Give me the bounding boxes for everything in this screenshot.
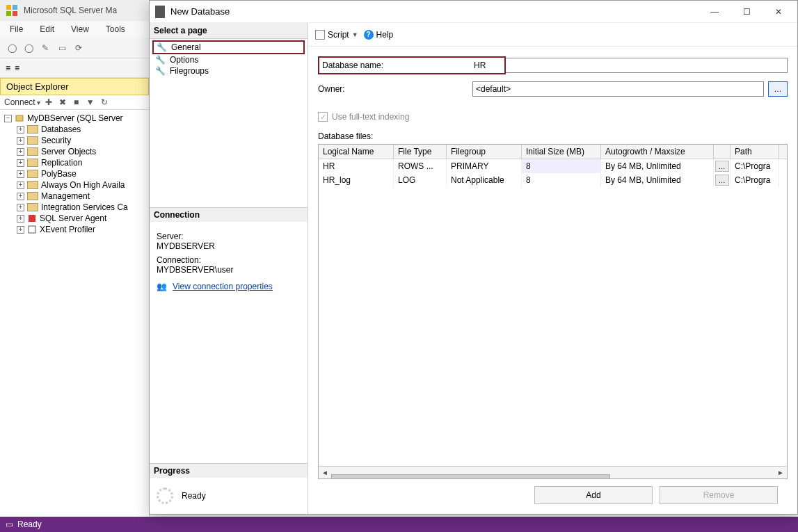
files-grid: Logical Name File Type Filegroup Initial… [318,144,788,479]
tree-item-databases[interactable]: +Databases [1,124,147,135]
grid-header-row: Logical Name File Type Filegroup Initial… [319,145,787,159]
col-autogrowth[interactable]: Autogrowth / Maxsize [601,145,714,159]
tree-item-server-objects[interactable]: +Server Objects [1,146,147,157]
new-query-icon[interactable]: ✎ [39,42,51,54]
col-logical[interactable]: Logical Name [319,145,394,159]
svg-rect-3 [13,11,17,16]
svg-rect-2 [6,11,11,16]
wrench-icon: 🔧 [157,42,167,52]
folder-icon [27,159,38,167]
autogrowth-edit-button[interactable]: … [715,175,729,186]
script-button[interactable]: Script ▼ [315,30,358,40]
server-icon [15,113,24,123]
oe-icon-3[interactable]: ■ [71,97,82,108]
script-dropdown-icon[interactable]: ▼ [352,31,358,38]
fulltext-label: Use full-text indexing [332,112,409,122]
add-button[interactable]: Add [534,486,653,504]
close-button[interactable]: ✕ [763,1,795,22]
folder-icon [27,170,38,178]
minimize-button[interactable]: — [699,1,731,22]
view-connection-properties-link[interactable]: View connection properties [173,282,273,291]
tree-item-alwayson[interactable]: +Always On High Availa [1,179,147,191]
fulltext-row: ✓ Use full-text indexing [308,108,797,131]
connection-header: Connection [150,207,308,222]
statusbar: ▭ Ready [0,517,798,532]
tb-icon-b[interactable]: ≡ [15,63,19,73]
tree-item-management[interactable]: +Management [1,191,147,202]
menu-view[interactable]: View [64,23,96,35]
dbname-input[interactable] [471,58,499,73]
status-text: Ready [17,519,42,529]
col-path[interactable]: Path [731,145,779,159]
svg-rect-1 [13,5,17,10]
dbfiles-label: Database files: [318,131,788,141]
tree-item-xevent[interactable]: +XEvent Profiler [1,224,147,235]
tree-root-label: MyDBServer (SQL Server [27,113,123,123]
owner-input[interactable] [472,81,764,97]
refresh-icon[interactable]: ⟳ [72,42,85,54]
wrench-icon: 🔧 [155,66,166,76]
object-explorer: Object Explorer Connect ▾ ✚ ✖ ■ ▼ ↻ − My… [0,78,150,517]
menu-edit[interactable]: Edit [33,23,61,35]
oe-icon-2[interactable]: ✖ [57,97,68,108]
ssms-title: Microsoft SQL Server Ma [24,6,117,15]
svg-rect-4 [16,115,23,121]
fulltext-checkbox[interactable]: ✓ [318,112,328,122]
col-filetype[interactable]: File Type [394,145,447,159]
page-options[interactable]: 🔧 Options [152,54,305,65]
connect-dropdown-icon[interactable]: ▾ [37,99,40,106]
tree-item-integration[interactable]: +Integration Services Ca [1,202,147,213]
statusbar-icon: ▭ [6,519,13,529]
connect-button[interactable]: Connect [4,97,35,107]
open-icon[interactable]: ▭ [56,42,68,54]
page-general[interactable]: 🔧 General [152,40,305,54]
owner-browse-button[interactable]: … [768,81,788,97]
script-icon [315,30,325,40]
ssms-logo-icon [6,4,18,17]
tree-item-replication[interactable]: +Replication [1,157,147,168]
scroll-left-icon[interactable]: ◄ [319,467,331,479]
tree-item-polybase[interactable]: +PolyBase [1,168,147,179]
filter-icon[interactable]: ▼ [85,97,96,108]
folder-icon [27,136,38,145]
tb-icon-a[interactable]: ≡ [6,63,10,73]
server-label: Server: [157,232,301,241]
autogrowth-edit-button[interactable]: … [715,161,729,172]
scroll-right-icon[interactable]: ► [774,467,787,479]
tree-item-agent[interactable]: +SQL Server Agent [1,213,147,224]
tree: − MyDBServer (SQL Server +Databases +Sec… [0,110,149,517]
maximize-button[interactable]: ☐ [731,1,763,22]
dbname-label: Database name: [319,59,471,72]
help-button[interactable]: ? Help [364,30,394,40]
forward-icon[interactable]: ◯ [22,42,35,54]
progress-body: Ready [150,478,308,514]
back-icon[interactable]: ◯ [6,42,18,54]
table-row[interactable]: HR ROWS ... PRIMARY 8 By 64 MB, Unlimite… [319,159,787,173]
dialog-titlebar: New Database — ☐ ✕ [150,1,797,23]
right-pane: Script ▼ ? Help Database name: Ow [308,23,797,514]
object-explorer-toolbar: Connect ▾ ✚ ✖ ■ ▼ ↻ [0,95,149,110]
table-row[interactable]: HR_log LOG Not Applicable 8 By 64 MB, Un… [319,173,787,187]
page-filegroups[interactable]: 🔧 Filegroups [152,65,305,76]
menu-tools[interactable]: Tools [99,23,132,35]
col-initialsize[interactable]: Initial Size (MB) [522,145,601,159]
connection-value: MYDBSERVER\user [157,265,301,275]
folder-icon [27,192,38,200]
dialog-title: New Database [170,6,230,17]
tree-root[interactable]: − MyDBServer (SQL Server [1,113,147,124]
scroll-thumb[interactable] [331,474,610,480]
folder-icon [27,203,38,211]
help-icon: ? [364,30,374,40]
oe-icon-1[interactable]: ✚ [43,97,54,108]
progress-header: Progress [150,463,308,478]
tree-item-security[interactable]: +Security [1,135,147,146]
dbname-input-rest[interactable] [506,58,788,73]
menu-file[interactable]: File [3,23,30,35]
remove-button[interactable]: Remove [660,486,778,504]
h-scrollbar[interactable]: ◄ ► [319,466,787,478]
col-filegroup[interactable]: Filegroup [447,145,522,159]
xevent-icon [27,225,37,234]
new-database-dialog: New Database — ☐ ✕ Select a page 🔧 Gener… [149,0,798,515]
connection-body: Server: MYDBSERVER Connection: MYDBSERVE… [150,222,308,298]
refresh-oe-icon[interactable]: ↻ [99,97,110,108]
